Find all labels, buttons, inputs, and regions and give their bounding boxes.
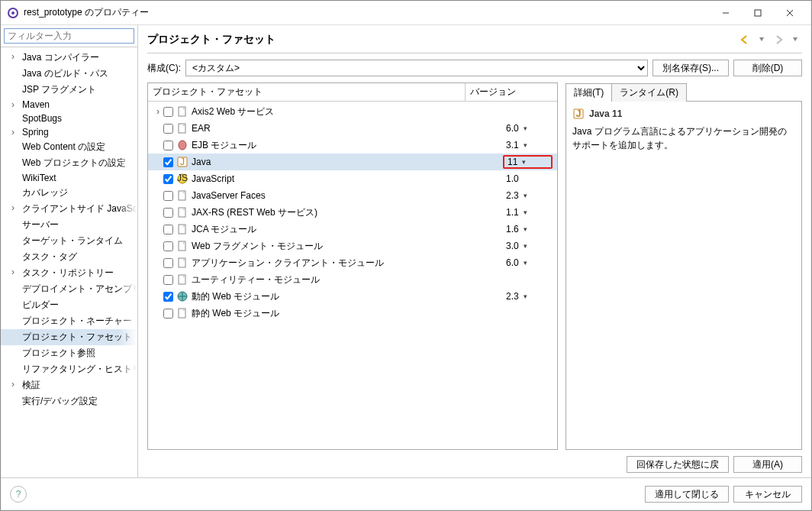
- tab-details[interactable]: 詳細(T): [566, 83, 612, 102]
- facet-icon: [176, 273, 188, 286]
- facet-version[interactable]: 3.0▾: [503, 241, 553, 251]
- details-desc: Java プログラム言語によるアプリケーション開発のサポートを追加します。: [572, 125, 795, 152]
- facet-version[interactable]: 6.0▾: [503, 257, 553, 268]
- sidebar-item[interactable]: プロジェクト・ファセット: [1, 329, 137, 345]
- facet-name: Axis2 Web サービス: [192, 105, 503, 118]
- sidebar-item[interactable]: Java コンパイラー: [1, 50, 137, 66]
- facet-row[interactable]: ユーティリティー・モジュール: [148, 271, 557, 288]
- config-select[interactable]: <カスタム>: [185, 60, 648, 76]
- maximize-button[interactable]: [743, 2, 773, 24]
- sidebar-item[interactable]: SpotBugs: [1, 112, 137, 125]
- facet-checkbox[interactable]: [163, 309, 173, 319]
- delete-button[interactable]: 削除(D): [733, 60, 802, 76]
- sidebar-item[interactable]: クライアントサイド JavaScript: [1, 201, 137, 217]
- facet-checkbox[interactable]: [163, 191, 173, 201]
- facet-version[interactable]: 2.3▾: [503, 291, 553, 302]
- apply-close-button[interactable]: 適用して閉じる: [645, 486, 729, 503]
- sidebar-item[interactable]: サーバー: [1, 217, 137, 233]
- facet-checkbox[interactable]: [163, 275, 173, 285]
- sidebar-item[interactable]: タスク・タグ: [1, 249, 137, 265]
- facet-icon: [176, 139, 188, 151]
- sidebar-item[interactable]: タスク・リポジトリー: [1, 265, 137, 281]
- facet-checkbox[interactable]: [163, 258, 173, 268]
- details-panel: J Java 11 Java プログラム言語によるアプリケーション開発のサポート…: [566, 101, 802, 450]
- sidebar-item[interactable]: Web Content の設定: [1, 139, 137, 155]
- facet-checkbox[interactable]: [163, 157, 173, 167]
- facet-name: 静的 Web モジュール: [192, 307, 503, 320]
- facet-name: JAX-RS (REST Web サービス): [192, 206, 503, 219]
- tab-runtime[interactable]: ランタイム(R): [611, 83, 687, 102]
- facet-row[interactable]: ›Axis2 Web サービス: [148, 103, 557, 120]
- facet-version[interactable]: 6.0▾: [503, 123, 553, 134]
- facet-icon: J: [176, 156, 188, 168]
- sidebar-item[interactable]: プロジェクト・ネーチャー: [1, 313, 137, 329]
- facet-row[interactable]: Web フラグメント・モジュール3.0▾: [148, 238, 557, 254]
- facet-row[interactable]: JavaServer Faces2.3▾: [148, 187, 557, 204]
- sidebar-item[interactable]: 検証: [1, 377, 137, 393]
- svg-point-1: [11, 11, 14, 15]
- facet-icon: JS: [176, 173, 188, 185]
- facet-checkbox[interactable]: [163, 292, 173, 302]
- facet-row[interactable]: JSJavaScript1.0: [148, 170, 557, 187]
- sidebar-item[interactable]: プロジェクト参照: [1, 345, 137, 361]
- nav-back-menu-icon[interactable]: [755, 33, 768, 47]
- sidebar-item[interactable]: カバレッジ: [1, 185, 137, 201]
- facet-checkbox[interactable]: [163, 208, 173, 218]
- sidebar-item[interactable]: JSP フラグメント: [1, 82, 137, 98]
- sidebar-item[interactable]: ターゲット・ランタイム: [1, 233, 137, 249]
- nav-back-icon[interactable]: [738, 33, 752, 47]
- sidebar-item[interactable]: デプロイメント・アセンブリー: [1, 281, 137, 297]
- save-as-button[interactable]: 別名保存(S)...: [652, 60, 729, 76]
- cancel-button[interactable]: キャンセル: [733, 486, 802, 503]
- category-tree[interactable]: Java コンパイラーJava のビルド・パスJSP フラグメントMavenSp…: [1, 47, 137, 477]
- facet-checkbox[interactable]: [163, 241, 173, 251]
- filter-box: [1, 25, 137, 47]
- facet-checkbox[interactable]: [163, 107, 173, 117]
- facet-panel: プロジェクト・ファセット バージョン ›Axis2 Web サービスEAR6.0…: [147, 82, 558, 450]
- restore-defaults-button[interactable]: 回保存した状態に戻: [627, 456, 729, 473]
- facet-version[interactable]: 2.3▾: [503, 190, 553, 201]
- svg-text:J: J: [576, 108, 582, 119]
- facet-icon: [176, 307, 188, 319]
- help-icon[interactable]: ?: [10, 486, 27, 503]
- facet-version[interactable]: 3.1▾: [503, 140, 553, 150]
- sidebar-item[interactable]: Java のビルド・パス: [1, 66, 137, 82]
- facet-checkbox[interactable]: [163, 124, 173, 134]
- close-button[interactable]: [775, 2, 805, 24]
- chevron-down-icon: ▾: [524, 141, 527, 149]
- svg-text:JS: JS: [177, 173, 188, 183]
- chevron-down-icon: ▾: [524, 125, 527, 132]
- facet-checkbox[interactable]: [163, 225, 173, 234]
- facet-checkbox[interactable]: [163, 174, 173, 184]
- facet-row[interactable]: EJB モジュール3.1▾: [148, 137, 557, 154]
- facet-row[interactable]: EAR6.0▾: [148, 120, 557, 137]
- nav-fwd-menu-icon[interactable]: [788, 33, 802, 47]
- sidebar-item[interactable]: WikiText: [1, 171, 137, 185]
- filter-input[interactable]: [4, 28, 134, 44]
- facet-col-name[interactable]: プロジェクト・ファセット: [148, 83, 466, 101]
- facet-name: JavaScript: [192, 173, 503, 184]
- sidebar-item[interactable]: Maven: [1, 98, 137, 112]
- facet-col-version[interactable]: バージョン: [466, 83, 557, 101]
- facet-row[interactable]: JJava11▾: [148, 154, 557, 170]
- sidebar-item[interactable]: 実行/デバッグ設定: [1, 393, 137, 409]
- facet-row[interactable]: 静的 Web モジュール: [148, 305, 557, 322]
- nav-fwd-icon[interactable]: [772, 33, 785, 47]
- facet-row[interactable]: JAX-RS (REST Web サービス)1.1▾: [148, 204, 557, 221]
- facet-row[interactable]: JCA モジュール1.6▾: [148, 221, 557, 238]
- facet-row[interactable]: 動的 Web モジュール2.3▾: [148, 288, 557, 305]
- chevron-down-icon: ▾: [524, 192, 527, 199]
- sidebar-item[interactable]: リファクタリング・ヒストリー: [1, 361, 137, 377]
- facet-version[interactable]: 11▾: [503, 155, 553, 169]
- facet-version[interactable]: 1.6▾: [503, 224, 553, 234]
- facet-row[interactable]: アプリケーション・クライアント・モジュール6.0▾: [148, 254, 557, 271]
- minimize-button[interactable]: [710, 2, 741, 24]
- facet-list[interactable]: ›Axis2 Web サービスEAR6.0▾EJB モジュール3.1▾JJava…: [148, 102, 557, 449]
- apply-button[interactable]: 適用(A): [733, 456, 802, 473]
- expand-icon[interactable]: ›: [153, 106, 163, 117]
- sidebar-item[interactable]: ビルダー: [1, 297, 137, 313]
- facet-version[interactable]: 1.1▾: [503, 207, 553, 218]
- sidebar-item[interactable]: Spring: [1, 125, 137, 139]
- sidebar-item[interactable]: Web プロジェクトの設定: [1, 155, 137, 171]
- facet-checkbox[interactable]: [163, 141, 173, 150]
